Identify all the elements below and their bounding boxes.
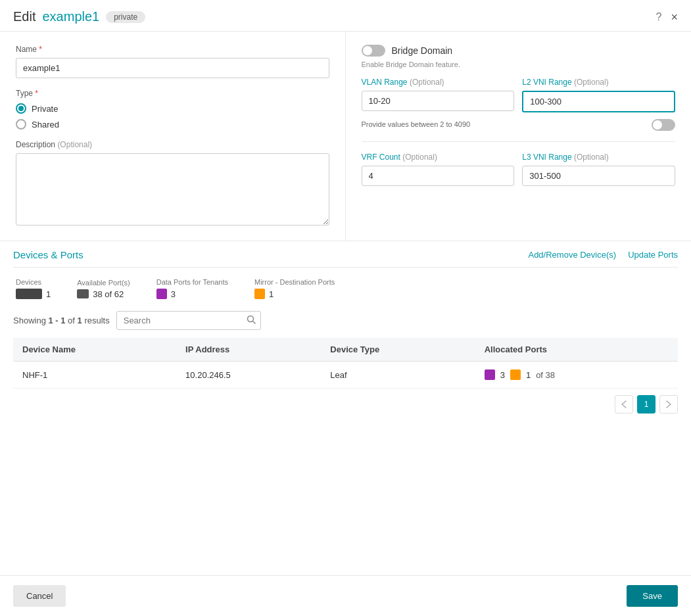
name-input[interactable] xyxy=(16,58,329,78)
col-ip-address: IP Address xyxy=(176,338,321,362)
update-ports-link[interactable]: Update Ports xyxy=(628,250,678,260)
help-icon[interactable]: ? xyxy=(656,11,662,23)
devices-actions: Add/Remove Device(s) Update Ports xyxy=(528,250,678,260)
modal-body: Name * Type * Private xyxy=(0,32,691,575)
name-label: Name * xyxy=(16,45,329,54)
cell-ip-address: 10.20.246.5 xyxy=(176,362,321,389)
cell-allocated-ports: 3 1 of 38 xyxy=(475,362,678,389)
radio-shared-label: Shared xyxy=(32,120,59,130)
l3vni-range-input[interactable] xyxy=(522,166,675,186)
bridge-domain-toggle[interactable] xyxy=(362,45,385,57)
description-textarea[interactable] xyxy=(16,153,329,225)
close-icon[interactable]: × xyxy=(671,11,678,23)
devices-title: Devices & Ports xyxy=(13,249,83,260)
devices-count: 1 xyxy=(46,289,51,299)
showing-range: 1 - 1 xyxy=(48,316,65,325)
summary-row: Devices 1 Available Port(s) 38 of 62 Dat… xyxy=(13,268,678,306)
l2vni-range-label: L2 VNI Range (Optional) xyxy=(522,78,675,87)
radio-private[interactable]: Private xyxy=(16,103,329,114)
l2vni-range-input[interactable] xyxy=(522,91,675,112)
mirror-ports-count: 1 xyxy=(269,289,274,299)
bridge-domain-label: Bridge Domain xyxy=(392,45,453,56)
data-port-icon xyxy=(156,289,167,299)
devices-header: Devices & Ports Add/Remove Device(s) Upd… xyxy=(13,241,678,268)
radio-shared[interactable]: Shared xyxy=(16,119,329,130)
search-container xyxy=(116,311,261,330)
summary-devices: Devices 1 xyxy=(16,278,51,299)
radio-group: Private Shared xyxy=(16,103,329,130)
toggle-knob xyxy=(363,46,372,55)
devices-table: Device Name IP Address Device Type Alloc… xyxy=(13,338,678,389)
vrf-count-group: VRF Count (Optional) xyxy=(362,153,515,186)
devices-summary-label: Devices xyxy=(16,278,51,286)
edit-modal: Edit example1 private ? × Name * xyxy=(0,0,691,616)
desc-label: Description (Optional) xyxy=(16,140,329,149)
vlan-toggle[interactable] xyxy=(652,119,675,131)
header-actions: ? × xyxy=(656,11,678,23)
header-left: Edit example1 private xyxy=(13,9,145,24)
radio-shared-circle xyxy=(16,119,26,130)
devices-summary-value: 1 xyxy=(16,289,51,299)
vrf-count-input[interactable] xyxy=(362,166,515,186)
cell-device-name: NHF-1 xyxy=(13,362,176,389)
row-mirror-port-icon xyxy=(510,369,521,380)
row-of-text: of 38 xyxy=(536,370,555,380)
type-required-star: * xyxy=(35,89,38,98)
description-section: Description (Optional) xyxy=(16,140,329,227)
next-page-button[interactable] xyxy=(659,395,678,414)
vlan-l2vni-row: VLAN Range (Optional) L2 VNI Range (Opti… xyxy=(362,78,676,112)
table-row: NHF-1 10.20.246.5 Leaf 3 1 of 38 xyxy=(13,362,678,389)
right-panel: Bridge Domain Enable Bridge Domain featu… xyxy=(346,32,692,241)
add-remove-devices-link[interactable]: Add/Remove Device(s) xyxy=(528,250,616,260)
vrf-l3vni-row: VRF Count (Optional) L3 VNI Range (Optio… xyxy=(362,153,676,186)
page-1-button[interactable]: 1 xyxy=(637,395,655,414)
prev-page-button[interactable] xyxy=(615,395,633,414)
data-ports-value: 3 xyxy=(156,289,228,299)
vlan-range-label: VLAN Range (Optional) xyxy=(362,78,515,87)
showing-text: Showing 1 - 1 of 1 results xyxy=(13,316,110,325)
l3vni-range-label: L3 VNI Range (Optional) xyxy=(522,153,675,162)
type-section: Type * Private Shared xyxy=(16,89,329,130)
edit-label: Edit xyxy=(13,9,36,24)
save-button[interactable]: Save xyxy=(627,585,678,607)
resource-name: example1 xyxy=(42,9,99,24)
modal-footer: Cancel Save xyxy=(0,575,691,616)
search-input[interactable] xyxy=(116,311,261,330)
type-label: Type * xyxy=(16,89,329,98)
row-data-port-count: 3 xyxy=(500,370,505,380)
l2vni-range-group: L2 VNI Range (Optional) xyxy=(522,78,675,112)
cancel-button[interactable]: Cancel xyxy=(13,585,66,607)
cell-device-type: Leaf xyxy=(321,362,475,389)
pagination-row: 1 xyxy=(13,389,678,417)
summary-data-ports: Data Ports for Tenants 3 xyxy=(156,278,228,299)
mirror-ports-label: Mirror - Destination Ports xyxy=(254,278,335,286)
hint-text: Provide values between 2 to 4090 xyxy=(362,120,646,128)
desc-optional: (Optional) xyxy=(57,140,92,149)
vlan-range-group: VLAN Range (Optional) xyxy=(362,78,515,112)
data-ports-label: Data Ports for Tenants xyxy=(156,278,228,286)
top-section: Name * Type * Private xyxy=(0,32,691,241)
table-body: NHF-1 10.20.246.5 Leaf 3 1 of 38 xyxy=(13,362,678,389)
available-ports-label: Available Port(s) xyxy=(77,279,130,287)
search-icon xyxy=(247,315,256,326)
mirror-ports-value: 1 xyxy=(254,289,335,299)
available-ports-value: 38 of 62 xyxy=(77,289,130,299)
row-mirror-port-count: 1 xyxy=(526,370,531,380)
radio-private-circle xyxy=(16,103,26,114)
col-allocated-ports: Allocated Ports xyxy=(475,338,678,362)
data-ports-count: 3 xyxy=(171,289,176,299)
table-header: Device Name IP Address Device Type Alloc… xyxy=(13,338,678,362)
vlan-range-input[interactable] xyxy=(362,91,515,111)
col-device-type: Device Type xyxy=(321,338,475,362)
col-device-name: Device Name xyxy=(13,338,176,362)
modal-header: Edit example1 private ? × xyxy=(0,0,691,32)
bridge-domain-row: Bridge Domain xyxy=(362,45,676,57)
radio-private-label: Private xyxy=(32,104,58,114)
left-panel: Name * Type * Private xyxy=(0,32,346,241)
vlan-toggle-knob xyxy=(653,120,662,130)
allocated-ports-container: 3 1 of 38 xyxy=(485,369,669,380)
bridge-domain-subtitle: Enable Bridge Domain feature. xyxy=(362,60,676,68)
summary-mirror-ports: Mirror - Destination Ports 1 xyxy=(254,278,335,299)
mirror-port-icon xyxy=(254,289,265,299)
l3vni-range-group: L3 VNI Range (Optional) xyxy=(522,153,675,186)
